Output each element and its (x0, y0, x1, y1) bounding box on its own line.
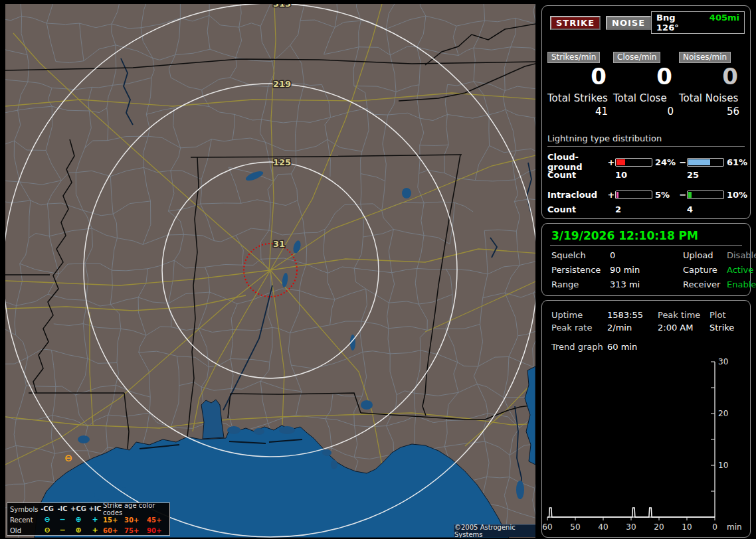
pic-old-icon: + (87, 527, 103, 534)
svg-text:30: 30 (718, 357, 728, 366)
ic-positive-bar (615, 191, 652, 199)
peak-time-label: Peak time (658, 310, 709, 320)
total-strikes-label: Total Strikes (547, 92, 613, 104)
capture-status: Active (727, 265, 753, 275)
range-value: 313 mi (610, 279, 683, 289)
ic-positive-bar-fill (616, 192, 618, 198)
ic-negative-bar (687, 191, 724, 199)
minus-sign: − (679, 157, 687, 167)
map-canvas: 31321912531 ⊖ (5, 4, 535, 538)
svg-text:⊖: ⊖ (64, 452, 73, 464)
svg-text:20: 20 (654, 522, 664, 530)
trend-graph-chart: 1020306050403020100min (542, 352, 750, 530)
strikes-per-min-button[interactable]: Strikes/min (547, 52, 600, 63)
cg-negative-bar-fill (688, 159, 710, 165)
legend-row-recent-label: Recent (10, 516, 39, 524)
map-legend: Symbols -CG -IC +CG +IC Strike age color… (7, 502, 170, 536)
uptime-label: Uptime (551, 310, 607, 320)
persistence-value: 90 min (610, 265, 683, 275)
persistence-label: Persistence (551, 265, 610, 275)
range-label: Range (551, 279, 610, 289)
trend-graph-label: Trend graph (551, 342, 607, 352)
plot-mode-value: Strike (709, 323, 742, 333)
peak-rate-value: 2/min (607, 323, 658, 333)
noises-per-min-value: 0 (679, 63, 745, 90)
age-30: 30+ (124, 516, 147, 524)
svg-text:125: 125 (273, 157, 291, 167)
strike-symbols: ⊖ (64, 452, 73, 464)
legend-header-nic: -IC (55, 506, 70, 512)
status-panel: 3/19/2026 12:10:18 PM Squelch 0 Upload D… (541, 223, 751, 296)
noise-mode-button[interactable]: NOISE (606, 16, 651, 30)
nic-recent-icon: − (55, 516, 70, 523)
cg-positive-count: 10 (615, 170, 652, 180)
svg-text:20: 20 (718, 409, 728, 418)
close-per-min-value: 0 (613, 63, 679, 90)
legend-header-ncg: -CG (39, 506, 55, 512)
cg-positive-bar (615, 158, 652, 167)
ic-positive-pct: 5% (652, 190, 679, 200)
svg-text:10: 10 (718, 461, 728, 470)
total-close-label: Total Close (613, 92, 679, 104)
ic-negative-bar-fill (688, 192, 692, 198)
legend-header-agecodes: Strike age color codes (103, 502, 167, 516)
plus-sign: + (607, 157, 615, 167)
state-borders (5, 24, 535, 449)
svg-text:31: 31 (273, 239, 285, 249)
pic-recent-icon: + (87, 516, 103, 523)
ic-positive-count: 2 (615, 204, 652, 214)
pcg-recent-icon: ⊕ (70, 516, 87, 523)
distribution-section-title: Lightning type distribution (547, 133, 745, 147)
age-60: 60+ (103, 527, 124, 534)
pcg-old-icon: ⊕ (70, 527, 87, 534)
squelch-value: 0 (610, 250, 683, 260)
cg-negative-pct: 61% (724, 157, 747, 167)
strike-mode-button[interactable]: STRIKE (550, 16, 601, 30)
upload-status: Disabled (727, 250, 756, 260)
legend-header-pcg: +CG (70, 506, 87, 512)
total-noises-label: Total Noises (679, 92, 745, 104)
plus-sign: + (607, 190, 615, 200)
rivers (121, 58, 531, 499)
legend-header-pic: +IC (87, 506, 103, 512)
ic-negative-pct: 10% (724, 190, 747, 200)
trend-graph-window: 60 min (607, 342, 658, 352)
age-15: 15+ (103, 516, 124, 524)
legend-header-symbols: Symbols (10, 506, 39, 513)
receiver-label: Receiver (683, 279, 727, 289)
svg-text:50: 50 (570, 522, 580, 530)
bearing-readout: Bng 126° 405mi (651, 11, 745, 34)
squelch-label: Squelch (551, 250, 610, 260)
svg-text:60: 60 (542, 522, 552, 530)
minus-sign: − (679, 190, 687, 200)
uptime-value: 1583:55 (607, 310, 658, 320)
nic-old-icon: − (55, 527, 70, 534)
ncg-old-icon: ⊖ (39, 527, 55, 534)
svg-text:313: 313 (273, 4, 291, 9)
svg-text:0: 0 (712, 522, 717, 530)
receiver-status: Enabled (727, 279, 756, 289)
peak-rate-label: Peak rate (551, 323, 607, 333)
svg-text:min: min (727, 522, 742, 530)
copyright-notice: ©2005 Astrogenic Systems (454, 524, 535, 537)
svg-text:40: 40 (598, 522, 608, 530)
total-noises-value: 56 (679, 106, 745, 117)
distance-value: 405mi (709, 13, 739, 33)
total-close-value: 0 (613, 106, 679, 117)
close-per-min-button[interactable]: Close/min (613, 52, 660, 63)
cg-positive-pct: 24% (652, 157, 679, 167)
age-90: 90+ (147, 527, 167, 534)
intracloud-label: Intracloud (547, 190, 607, 200)
trend-panel: Uptime 1583:55 Peak time Plot Peak rate … (541, 300, 751, 538)
ic-count-label: Count (547, 204, 607, 214)
strike-map[interactable]: 31321912531 ⊖ Symbols -CG -IC +CG +IC St… (5, 4, 535, 538)
bearing-value: Bng 126° (656, 13, 700, 33)
cg-negative-count: 25 (687, 170, 724, 180)
upload-label: Upload (683, 250, 727, 260)
ic-negative-count: 4 (687, 204, 724, 214)
plot-label: Plot (709, 310, 742, 320)
ncg-recent-icon: ⊖ (39, 516, 55, 523)
total-strikes-value: 41 (547, 106, 613, 117)
age-45: 45+ (147, 516, 167, 524)
noises-per-min-button[interactable]: Noises/min (679, 52, 731, 63)
